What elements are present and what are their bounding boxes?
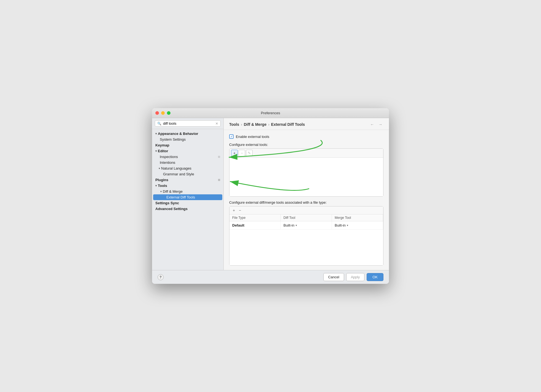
window-title: Preferences <box>261 111 280 115</box>
cell-file-type: Default <box>229 221 281 229</box>
main-content: 🔍 ✕ ▾ Appearance & Behavior System Setti… <box>152 118 389 270</box>
sidebar: 🔍 ✕ ▾ Appearance & Behavior System Setti… <box>152 118 224 270</box>
sidebar-item-appearance-behavior[interactable]: ▾ Appearance & Behavior <box>152 131 223 137</box>
merge-tool-dropdown-arrow[interactable]: ▾ <box>347 224 348 227</box>
sidebar-item-inspections[interactable]: Inspections ⊞ <box>152 154 223 160</box>
sidebar-item-label: Editor <box>158 149 168 153</box>
breadcrumb-sep-2: › <box>268 122 269 127</box>
content-inner: ✓ Enable external tools Configure extern… <box>224 130 389 270</box>
configure-tools-label: Configure external tools: <box>229 143 383 147</box>
sidebar-item-grammar-style[interactable]: Grammar and Style <box>152 171 223 177</box>
tools-list-area <box>229 158 383 196</box>
sidebar-item-label: Grammar and Style <box>163 172 194 176</box>
remove-tool-button[interactable]: − <box>239 150 245 156</box>
breadcrumb-part-external: External Diff Tools <box>271 122 305 127</box>
sidebar-item-intentions[interactable]: Intentions <box>152 160 223 165</box>
sidebar-item-advanced-settings[interactable]: Advanced Settings <box>152 206 223 212</box>
title-bar: Preferences <box>152 108 389 118</box>
enable-row: ✓ Enable external tools <box>229 134 383 139</box>
sidebar-item-label: Advanced Settings <box>155 207 188 211</box>
sidebar-item-settings-sync[interactable]: Settings Sync <box>152 200 223 206</box>
table-header: File Type Diff Tool Merge Tool <box>229 214 383 221</box>
chevron-down-icon: ▾ <box>160 190 162 193</box>
table-row[interactable]: Default Built-in ▾ Built-in ▾ <box>229 221 383 230</box>
bottom-bar: ? Cancel Apply OK <box>152 270 389 284</box>
sidebar-item-system-settings[interactable]: System Settings <box>152 137 223 142</box>
enable-external-tools-checkbox[interactable]: ✓ <box>229 134 234 139</box>
window-controls <box>155 111 171 115</box>
maximize-button[interactable] <box>167 111 171 115</box>
search-input[interactable] <box>163 121 214 126</box>
file-toolbar-row: + − <box>229 206 383 214</box>
sidebar-item-keymap[interactable]: Keymap <box>152 142 223 148</box>
search-bar: 🔍 ✕ <box>152 118 223 129</box>
apply-button[interactable]: Apply <box>346 273 365 281</box>
forward-button[interactable]: → <box>377 121 383 127</box>
bottom-right: Cancel Apply OK <box>323 273 383 281</box>
content-area: Tools › Diff & Merge › External Diff Too… <box>224 118 389 270</box>
sidebar-item-label: External Diff Tools <box>166 195 195 199</box>
search-wrapper[interactable]: 🔍 ✕ <box>155 120 221 127</box>
sidebar-item-label: Diff & Merge <box>163 189 183 194</box>
sidebar-item-label: Intentions <box>160 160 175 165</box>
sidebar-item-tools[interactable]: ▾ Tools <box>152 183 223 189</box>
table-body: Default Built-in ▾ Built-in ▾ <box>229 221 383 265</box>
breadcrumb-sep-1: › <box>241 122 242 127</box>
col-diff-tool: Diff Tool <box>281 214 332 221</box>
diff-tool-dropdown-arrow[interactable]: ▾ <box>296 224 297 227</box>
col-file-type: File Type <box>229 214 281 221</box>
nav-tree: ▾ Appearance & Behavior System Settings … <box>152 129 223 270</box>
preferences-window: Preferences 🔍 ✕ ▾ Appearance & Behavior … <box>152 108 389 284</box>
add-file-type-button[interactable]: + <box>231 208 237 213</box>
enable-label: Enable external tools <box>236 135 269 139</box>
sidebar-item-label: System Settings <box>160 137 186 141</box>
remove-file-type-button[interactable]: − <box>237 208 243 213</box>
sidebar-item-plugins[interactable]: Plugins ⊞ <box>152 177 223 183</box>
sidebar-item-editor[interactable]: ▾ Editor <box>152 148 223 154</box>
sidebar-item-natural-languages[interactable]: ▾ Natural Languages <box>152 165 223 171</box>
breadcrumb-left: Tools › Diff & Merge › External Diff Too… <box>229 122 305 127</box>
chevron-down-icon: ▾ <box>159 167 160 170</box>
sidebar-item-label: Inspections <box>160 155 178 159</box>
chevron-down-icon: ▾ <box>155 184 157 187</box>
breadcrumb-part-tools: Tools <box>229 122 239 127</box>
plugin-icon: ⊞ <box>218 155 220 158</box>
checkmark-icon: ✓ <box>230 135 233 138</box>
ok-button[interactable]: OK <box>367 273 383 281</box>
sidebar-item-label: Settings Sync <box>155 201 179 205</box>
plugin-icon: ⊞ <box>218 178 220 181</box>
chevron-down-icon: ▾ <box>155 149 157 153</box>
cell-merge-tool: Built-in ▾ <box>332 221 383 229</box>
sidebar-item-label: Plugins <box>155 178 168 182</box>
toolbar-row-1: + − ✎ <box>229 149 383 158</box>
add-tool-button[interactable]: + <box>231 150 238 156</box>
external-tools-box: + − ✎ <box>229 148 383 197</box>
cell-diff-tool: Built-in ▾ <box>281 221 332 229</box>
chevron-down-icon: ▾ <box>155 132 157 135</box>
cancel-button[interactable]: Cancel <box>323 273 344 281</box>
breadcrumb-part-diff-merge: Diff & Merge <box>244 122 266 127</box>
breadcrumb-nav: ← → <box>369 121 383 127</box>
sidebar-item-label: Natural Languages <box>161 166 191 170</box>
configure-file-type-label: Configure external diff/merge tools asso… <box>229 200 383 205</box>
sidebar-item-label: Tools <box>158 184 167 188</box>
sidebar-item-label: Keymap <box>155 143 169 147</box>
help-button[interactable]: ? <box>158 274 164 280</box>
back-button[interactable]: ← <box>369 121 375 127</box>
file-type-box: + − File Type Diff Tool Merge Tool Defau… <box>229 206 383 266</box>
minimize-button[interactable] <box>161 111 165 115</box>
search-icon: 🔍 <box>157 122 161 126</box>
sidebar-item-diff-merge[interactable]: ▾ Diff & Merge <box>152 189 223 194</box>
sidebar-item-external-diff-tools[interactable]: External Diff Tools <box>153 194 222 200</box>
edit-tool-button[interactable]: ✎ <box>246 150 253 156</box>
breadcrumb: Tools › Diff & Merge › External Diff Too… <box>224 118 389 130</box>
col-merge-tool: Merge Tool <box>332 214 383 221</box>
close-button[interactable] <box>155 111 159 115</box>
sidebar-item-label: Appearance & Behavior <box>158 132 198 136</box>
clear-search-button[interactable]: ✕ <box>215 122 218 125</box>
